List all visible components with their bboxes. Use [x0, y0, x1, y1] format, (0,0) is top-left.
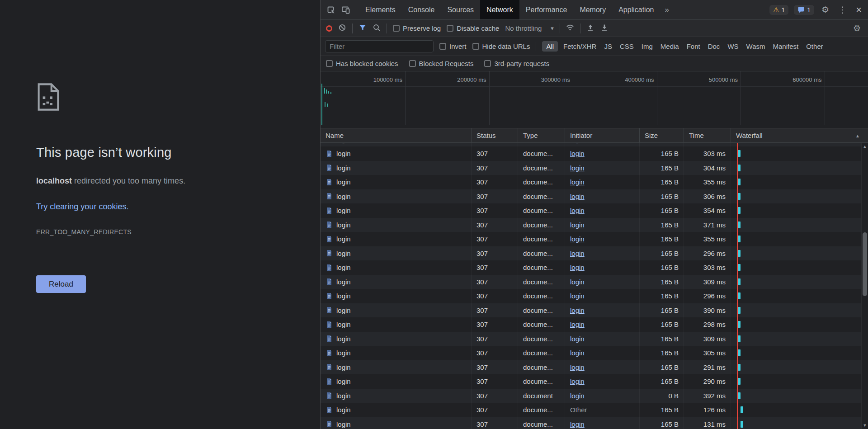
tab-memory[interactable]: Memory [573, 0, 612, 19]
scrollbar-up-icon[interactable]: ▲ [862, 144, 868, 149]
request-name-cell[interactable]: login [321, 346, 472, 360]
request-name-cell[interactable]: login [321, 275, 472, 289]
search-icon[interactable] [373, 24, 381, 33]
more-tabs-icon[interactable]: » [660, 0, 673, 19]
network-request-row[interactable]: login307docume...login165 B298 ms [321, 317, 868, 332]
request-name-cell[interactable]: login [321, 143, 472, 146]
initiator-link[interactable]: login [570, 321, 585, 328]
request-name-cell[interactable]: login [321, 146, 472, 161]
tab-application[interactable]: Application [612, 0, 660, 19]
initiator-link[interactable]: login [570, 392, 585, 400]
initiator-link[interactable]: login [570, 143, 585, 143]
import-har-icon[interactable] [586, 24, 594, 33]
initiator-link[interactable]: login [570, 164, 585, 172]
request-name-cell[interactable]: login [321, 403, 472, 417]
network-request-row[interactable]: login307docume...Other165 B126 ms [321, 403, 868, 417]
network-request-row[interactable]: login307docume...login165 B131 ms [321, 417, 868, 429]
initiator-link[interactable]: login [570, 235, 585, 243]
checkbox-box[interactable] [472, 43, 479, 50]
network-request-row[interactable]: login307docume...login165 B309 ms [321, 275, 868, 289]
filter-icon[interactable] [359, 24, 367, 33]
devtools-close-icon[interactable]: × [854, 5, 863, 15]
filter-chip-media[interactable]: Media [658, 41, 681, 52]
initiator-link[interactable]: login [570, 292, 585, 300]
request-name-cell[interactable]: login [321, 289, 472, 303]
network-request-row[interactable]: login307docume...login165 B355 ms [321, 175, 868, 189]
network-settings-icon[interactable]: ⚙ [851, 24, 863, 33]
filter-chip-ws[interactable]: WS [725, 41, 741, 52]
initiator-link[interactable]: login [570, 250, 585, 257]
checkbox-box[interactable] [326, 60, 333, 67]
filter-chip-manifest[interactable]: Manifest [771, 41, 801, 52]
device-toolbar-icon[interactable] [339, 0, 353, 20]
tab-elements[interactable]: Elements [359, 0, 402, 19]
network-request-row[interactable]: login307docume...login165 B296 ms [321, 289, 868, 303]
hide-data-urls-checkbox[interactable]: Hide data URLs [472, 42, 530, 50]
network-conditions-icon[interactable] [566, 24, 574, 33]
initiator-link[interactable]: login [570, 150, 585, 157]
request-name-cell[interactable]: login [321, 360, 472, 375]
column-header-name[interactable]: Name [321, 128, 472, 142]
devtools-settings-icon[interactable]: ⚙ [820, 5, 831, 14]
network-request-row[interactable]: login307docume...login165 B305 ms [321, 346, 868, 360]
checkbox-box[interactable] [447, 25, 453, 32]
initiator-link[interactable]: login [570, 278, 585, 286]
request-name-cell[interactable]: login [321, 246, 472, 261]
column-header-time[interactable]: Time [684, 128, 731, 142]
has-blocked-cookies-checkbox[interactable]: Has blocked cookies [326, 60, 398, 67]
initiator-link[interactable]: login [570, 193, 585, 200]
preserve-log-checkbox[interactable]: Preserve log [393, 24, 441, 32]
network-request-row[interactable]: login307docume...login165 B303 ms [321, 260, 868, 275]
network-request-row[interactable]: login307docume...login165 B390 ms [321, 303, 868, 318]
invert-checkbox[interactable]: Invert [439, 42, 467, 50]
initiator-link[interactable]: login [570, 349, 585, 357]
blocked-requests-checkbox[interactable]: Blocked Requests [409, 60, 474, 67]
network-request-row[interactable]: login307docume...login165 B290 ms [321, 374, 868, 389]
initiator-link[interactable]: login [570, 178, 585, 186]
column-header-size[interactable]: Size [640, 128, 684, 142]
filter-chip-img[interactable]: Img [639, 41, 655, 52]
column-header-status[interactable]: Status [472, 128, 518, 142]
record-network-log-icon[interactable] [326, 25, 332, 32]
network-request-row[interactable]: login307docume...login165 B291 ms [321, 360, 868, 375]
scrollbar-down-icon[interactable]: ▼ [862, 423, 868, 428]
tab-console[interactable]: Console [402, 0, 441, 19]
network-request-row[interactable]: login307docume...login165 B296 ms [321, 246, 868, 261]
network-request-row[interactable]: login307docume...login165 B [321, 143, 868, 146]
3rd-party-requests-checkbox[interactable]: 3rd-party requests [484, 60, 549, 67]
initiator-link[interactable]: login [570, 335, 585, 343]
request-name-cell[interactable]: login [321, 417, 472, 429]
export-har-icon[interactable] [600, 24, 609, 33]
request-name-cell[interactable]: login [321, 203, 472, 218]
initiator-link[interactable]: login [570, 221, 585, 229]
request-name-cell[interactable]: login [321, 161, 472, 175]
issues-badge[interactable]: 1 [794, 5, 814, 15]
network-request-row[interactable]: login307docume...login165 B304 ms [321, 161, 868, 175]
checkbox-box[interactable] [484, 60, 491, 67]
network-overview-timeline[interactable]: 100000 ms200000 ms300000 ms400000 ms5000… [321, 71, 868, 125]
request-name-cell[interactable]: login [321, 374, 472, 389]
inspect-element-icon[interactable] [324, 0, 339, 20]
request-name-cell[interactable]: login [321, 303, 472, 318]
clear-network-log-icon[interactable] [338, 24, 346, 33]
tab-performance[interactable]: Performance [519, 0, 574, 19]
column-header-type[interactable]: Type [518, 128, 565, 142]
filter-chip-doc[interactable]: Doc [706, 41, 722, 52]
checkbox-box[interactable] [409, 60, 416, 67]
initiator-link[interactable]: login [570, 306, 585, 314]
reload-button[interactable]: Reload [36, 275, 86, 293]
filter-chip-fetch-xhr[interactable]: Fetch/XHR [561, 41, 599, 52]
vertical-scrollbar[interactable]: ▲ ▼ [861, 143, 868, 429]
network-request-row[interactable]: login307docume...login165 B303 ms [321, 146, 868, 161]
request-name-cell[interactable]: login [321, 389, 472, 403]
devtools-menu-icon[interactable]: ⋮ [836, 5, 849, 14]
filter-chip-css[interactable]: CSS [618, 41, 636, 52]
request-name-cell[interactable]: login [321, 260, 472, 275]
network-request-row[interactable]: login307docume...login165 B354 ms [321, 203, 868, 218]
checkbox-box[interactable] [393, 25, 400, 32]
request-name-cell[interactable]: login [321, 218, 472, 232]
sort-ascending-icon[interactable]: ▲ [855, 133, 860, 138]
column-header-initiator[interactable]: Initiator [565, 128, 640, 142]
scrollbar-thumb[interactable] [863, 232, 867, 296]
filter-chip-wasm[interactable]: Wasm [744, 41, 768, 52]
